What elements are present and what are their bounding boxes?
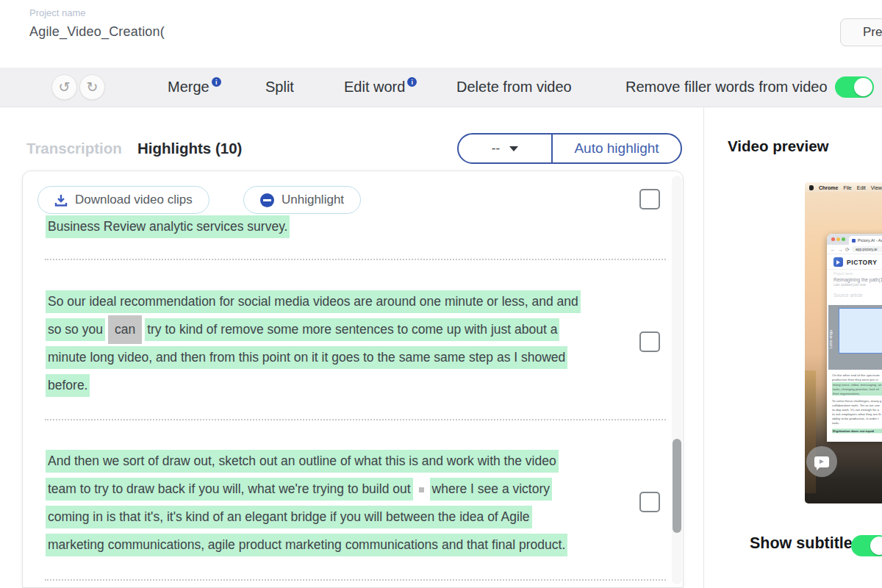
merge-label: Merge [168,79,209,96]
highlight-item-3[interactable]: And then we sort of draw out, sketch out… [46,447,567,559]
pictory-editor-page: Project name Agile_Video_Creation( Prev … [0,0,882,588]
pictory-watermark [806,446,837,477]
toolbar: ↺ ↻ Merge i Split Edit word i Delete fro… [0,68,882,107]
browser-urlbar: ← → ⟳ app.pictory.ai [827,245,882,254]
delete-from-video-label: Delete from video [456,79,572,96]
split-button[interactable]: Split [265,68,294,107]
article-line: tools. [832,420,882,425]
reload-icon: ⟳ [845,247,850,252]
preview-button[interactable]: Prev [840,18,882,46]
edit-word-button[interactable]: Edit word i [344,68,417,107]
toggle-knob [854,78,872,96]
delete-from-video-button[interactable]: Delete from video [456,68,572,107]
highlighted-line: marketing communications, agile product … [46,534,567,556]
undo-icon: ↺ [59,80,71,94]
remove-filler-toggle[interactable] [835,76,874,98]
download-video-clips-label: Download video clips [75,193,193,207]
article-text: On the other end of the spectrum product… [832,373,882,433]
separator [45,259,666,260]
pictory-brand: PICTORY [827,255,882,270]
project-name-label: Project name [29,7,86,18]
browser-tabbar: Pictory.AI - Automatic [827,234,882,245]
apple-icon [809,185,814,190]
highlighted-line: team to try to draw back if you will, wh… [46,478,413,501]
removed-word-marker [419,487,424,492]
highlighted-line: minute long video, and then from this po… [46,346,567,369]
split-label: Split [265,79,294,96]
highlight-checkbox-2[interactable] [639,331,660,352]
info-icon: i [212,77,221,87]
remove-filler-words-label: Remove filler words from video [625,68,828,107]
browser-window: Pictory.AI - Automatic ← → ⟳ app.pictory… [827,234,882,442]
highlighted-line: try to kind of remove some more sentence… [145,318,559,341]
project-name-value: Agile_Video_Creation( [29,24,165,39]
merge-button[interactable]: Merge i [168,68,221,107]
article-chart: Less enga Less pr [828,305,882,370]
mac-menubar: Chrome File Edit View Hi [805,182,882,193]
tab-highlights[interactable]: Highlights (10) [137,138,242,159]
highlight-checkbox-3[interactable] [639,492,660,512]
url-text: app.pictory.ai [852,246,882,252]
highlight-item-2[interactable]: So our ideal recommendation for social m… [46,287,581,399]
tab-title: Pictory.AI - Automatic [858,238,882,243]
forward-icon: → [838,247,843,252]
menubar-item: Edit [857,185,866,190]
mini-updated-text: Last updated just now [833,283,882,287]
play-icon [820,459,824,464]
highlighted-line: before. [46,374,90,397]
chart-area [839,308,882,354]
auto-highlight-button[interactable]: Auto highlight [553,135,681,162]
project-meta: Project name Reimagining the path(1) Las… [833,272,882,287]
dropdown-value: -- [492,141,500,156]
project-name-input[interactable]: Agile_Video_Creation( [29,24,165,40]
redo-icon: ↻ [87,80,98,94]
close-window-icon [831,237,835,241]
zoom-window-icon [842,237,845,241]
remove-filler-words-text: Remove filler words from video [625,79,828,96]
edit-word-label: Edit word [344,79,405,96]
source-article-label: Source article [833,293,863,298]
highlighted-line: where I see a victory [430,478,552,501]
pictory-logo-text: PICTORY [847,259,878,266]
show-subtitles-label: Show subtitles [750,534,861,553]
scrollbar-thumb[interactable] [673,439,681,533]
menubar-item: Chrome [819,185,838,190]
back-icon: ← [831,247,836,252]
highlight-controls: -- Auto highlight [457,133,682,164]
mini-project-label: Project name [833,272,882,276]
info-icon: i [407,77,417,87]
undo-button[interactable]: ↺ [51,74,77,100]
unhighlight-label: Unhighlight [282,193,344,207]
highlighted-sentence: Business Review analytic services survey… [46,215,290,238]
chart-caption: Less pr [828,362,882,367]
favicon [852,239,856,243]
video-preview-title: Video preview [728,137,828,155]
highlighted-line: So our ideal recommendation for social m… [46,290,581,313]
minimize-window-icon [836,237,840,241]
pictory-logo-icon [833,257,843,267]
separator [45,419,666,420]
download-video-clips-button[interactable]: Download video clips [37,186,209,214]
menubar-item: File [843,185,851,190]
mini-project-title: Reimagining the path(1) [833,277,882,282]
minus-circle-icon [260,193,274,207]
unhighlight-button[interactable]: Unhighlight [243,186,361,214]
video-preview-frame[interactable]: Chrome File Edit View Hi Pictory.AI - Au… [805,182,882,503]
chart-y-label: Less enga [828,308,838,370]
chat-play-icon [814,456,829,467]
selected-word[interactable]: can [108,315,142,344]
tab-transcription[interactable]: Transcription [26,138,122,159]
highlight-checkbox-1[interactable] [639,189,660,209]
highlighted-line: so so you [46,318,105,341]
article-line: Digitization does not equal [832,429,882,433]
browser-tab: Pictory.AI - Automatic [849,236,882,245]
highlight-item-1[interactable]: Business Review analytic services survey… [46,212,290,240]
redo-button[interactable]: ↻ [79,74,105,100]
show-subtitles-toggle[interactable] [851,535,882,556]
download-icon [54,194,68,207]
highlight-count-dropdown[interactable]: -- [459,135,551,162]
highlighted-line: coming in is that it's, it's kind of an … [46,506,532,528]
panel-divider [703,107,704,588]
article-line: their organizations. [832,391,882,395]
header: Project name Agile_Video_Creation( Prev [0,0,882,68]
